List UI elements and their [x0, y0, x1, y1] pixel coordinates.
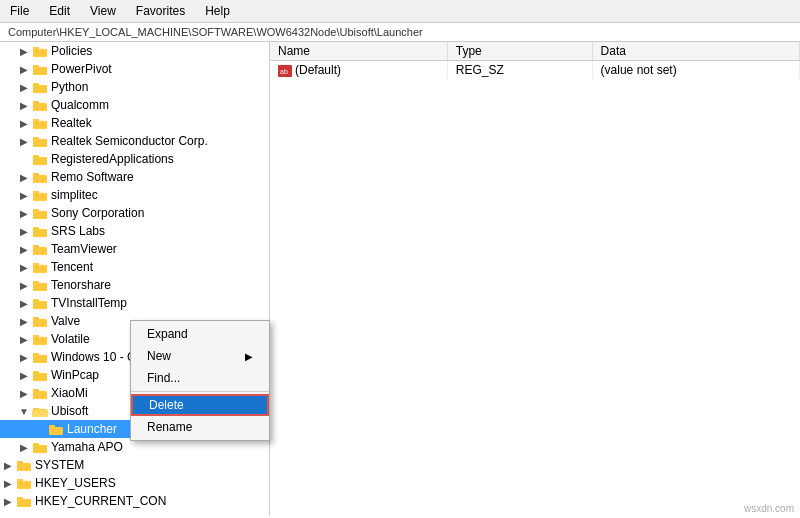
folder-icon [32, 99, 48, 112]
tree-item[interactable]: Policies [0, 42, 269, 60]
menu-favorites[interactable]: Favorites [130, 2, 191, 20]
svg-rect-23 [33, 245, 39, 248]
svg-rect-43 [49, 427, 63, 435]
tree-item[interactable]: Realtek [0, 114, 269, 132]
folder-icon [32, 387, 48, 400]
svg-rect-2 [33, 67, 47, 75]
tree-item[interactable]: Qualcomm [0, 96, 269, 114]
context-menu-item[interactable]: Find... [131, 367, 269, 389]
menu-file[interactable]: File [4, 2, 35, 20]
tree-item-label: TVInstallTemp [51, 296, 269, 310]
tree-item[interactable]: simplitec [0, 186, 269, 204]
svg-rect-7 [33, 101, 39, 104]
svg-rect-27 [33, 281, 39, 284]
col-type[interactable]: Type [447, 42, 592, 61]
main-container: Policies PowerPivot Python Qualcomm Real… [0, 42, 800, 516]
tree-item-label: Policies [51, 44, 269, 58]
address-bar: Computer\HKEY_LOCAL_MACHINE\SOFTWARE\WOW… [0, 23, 800, 42]
registry-table: Name Type Data ab (Default)REG_SZ(value … [270, 42, 800, 79]
svg-rect-19 [33, 209, 39, 212]
col-name[interactable]: Name [270, 42, 447, 61]
tree-item[interactable]: Tencent [0, 258, 269, 276]
svg-rect-52 [17, 497, 23, 500]
tree-item-label: HKEY_USERS [35, 476, 269, 490]
tree-item-label: simplitec [51, 188, 269, 202]
svg-rect-15 [33, 173, 39, 176]
svg-rect-20 [33, 229, 47, 237]
tree-item[interactable]: SRS Labs [0, 222, 269, 240]
tree-item[interactable]: HKEY_USERS [0, 474, 269, 492]
folder-icon [32, 45, 48, 58]
folder-icon [32, 441, 48, 454]
folder-icon [32, 315, 48, 328]
context-menu-item[interactable]: Expand [131, 323, 269, 345]
tree-item-label: HKEY_CURRENT_CON [35, 494, 269, 508]
tree-item[interactable]: Tenorshare [0, 276, 269, 294]
folder-icon [48, 423, 64, 436]
folder-icon [32, 369, 48, 382]
right-pane: Name Type Data ab (Default)REG_SZ(value … [270, 42, 800, 516]
svg-rect-5 [33, 83, 39, 86]
tree-item[interactable]: Realtek Semiconductor Corp. [0, 132, 269, 150]
menu-edit[interactable]: Edit [43, 2, 76, 20]
tree-item-label: SYSTEM [35, 458, 269, 472]
svg-rect-1 [33, 47, 39, 50]
folder-icon [32, 135, 48, 148]
tree-item-label: Qualcomm [51, 98, 269, 112]
svg-rect-45 [33, 445, 47, 453]
tree-item[interactable]: Sony Corporation [0, 204, 269, 222]
svg-rect-42 [32, 410, 48, 417]
tree-item[interactable]: PowerPivot [0, 60, 269, 78]
table-row[interactable]: ab (Default)REG_SZ(value not set) [270, 61, 800, 80]
tree-item[interactable]: TeamViewer [0, 240, 269, 258]
folder-icon [32, 333, 48, 346]
tree-item[interactable]: Python [0, 78, 269, 96]
svg-rect-28 [33, 301, 47, 309]
tree-item[interactable]: Remo Software [0, 168, 269, 186]
context-menu-separator [131, 391, 269, 392]
context-menu-item[interactable]: Rename [131, 416, 269, 438]
tree-item[interactable]: SYSTEM [0, 456, 269, 474]
tree-item-label: Sony Corporation [51, 206, 269, 220]
svg-rect-48 [17, 461, 23, 464]
folder-icon [32, 297, 48, 310]
tree-item-label: Tenorshare [51, 278, 269, 292]
context-menu-item[interactable]: New▶ [131, 345, 269, 367]
menu-help[interactable]: Help [199, 2, 236, 20]
menu-view[interactable]: View [84, 2, 122, 20]
tree-item[interactable]: RegisteredApplications [0, 150, 269, 168]
reg-name: ab (Default) [270, 61, 447, 80]
svg-rect-33 [33, 335, 39, 338]
context-menu-label: Rename [147, 420, 192, 434]
svg-rect-11 [33, 137, 39, 140]
watermark: wsxdn.com [744, 503, 794, 514]
context-menu-label: Expand [147, 327, 188, 341]
svg-rect-12 [33, 157, 47, 165]
folder-icon [32, 261, 48, 274]
svg-rect-32 [33, 337, 47, 345]
svg-rect-21 [33, 227, 39, 230]
tree-item[interactable]: HKEY_CURRENT_CON [0, 492, 269, 510]
tree-item-label: Remo Software [51, 170, 269, 184]
menu-bar: File Edit View Favorites Help [0, 0, 800, 23]
context-menu-label: Find... [147, 371, 180, 385]
svg-rect-3 [33, 65, 39, 68]
svg-rect-50 [17, 479, 23, 482]
svg-rect-36 [33, 373, 47, 381]
context-menu-item[interactable]: Delete [131, 394, 269, 416]
svg-rect-4 [33, 85, 47, 93]
svg-rect-30 [33, 319, 47, 327]
tree-item-label: RegisteredApplications [51, 152, 269, 166]
svg-rect-16 [33, 193, 47, 201]
folder-icon [32, 81, 48, 94]
col-data[interactable]: Data [592, 42, 799, 61]
svg-rect-51 [17, 499, 31, 507]
svg-rect-22 [33, 247, 47, 255]
svg-rect-8 [33, 121, 47, 129]
svg-rect-17 [33, 191, 39, 194]
tree-item[interactable]: TVInstallTemp [0, 294, 269, 312]
tree-pane[interactable]: Policies PowerPivot Python Qualcomm Real… [0, 42, 270, 516]
context-menu: ExpandNew▶Find...DeleteRename [130, 320, 270, 441]
svg-rect-38 [33, 391, 47, 399]
svg-text:ab: ab [280, 68, 288, 75]
